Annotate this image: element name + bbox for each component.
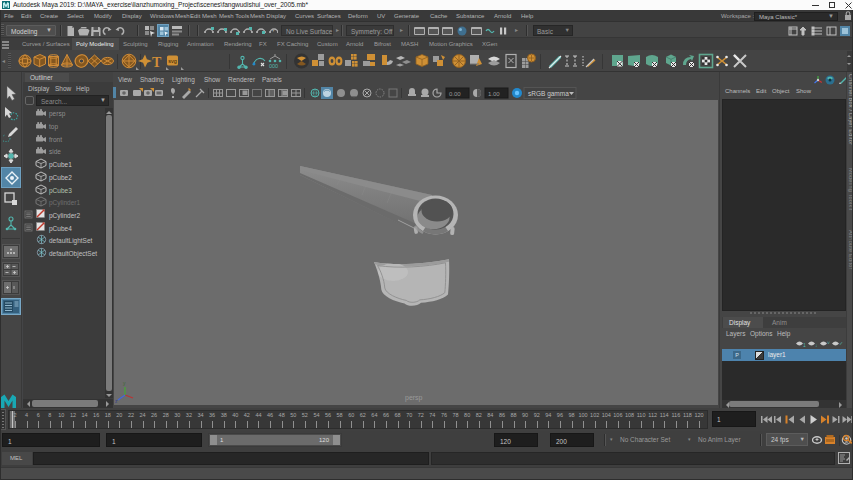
- svg-text:0.00: 0.00: [449, 91, 461, 97]
- svg-text:defaultLightSet: defaultLightSet: [49, 237, 93, 245]
- svg-text:pCylinder1: pCylinder1: [49, 199, 80, 207]
- svg-text:sRGB gamma: sRGB gamma: [528, 90, 569, 98]
- svg-text:front: front: [49, 136, 62, 143]
- svg-text:defaultObjectSet: defaultObjectSet: [49, 250, 97, 258]
- svg-text:svg: svg: [168, 58, 177, 64]
- svg-text:T: T: [152, 55, 162, 70]
- svg-text:top: top: [49, 123, 58, 131]
- svg-text:1.00: 1.00: [488, 91, 500, 97]
- svg-text:000: 000: [269, 63, 278, 69]
- svg-text:y: y: [123, 380, 126, 386]
- svg-text:side: side: [49, 148, 61, 155]
- svg-text:✓: ✓: [839, 340, 843, 346]
- svg-text:pCube4: pCube4: [49, 225, 72, 233]
- svg-text:pCube2: pCube2: [49, 174, 72, 182]
- svg-text:pCube3: pCube3: [49, 187, 72, 195]
- svg-text:˅: ˅: [827, 340, 830, 346]
- svg-text:↓: ↓: [815, 342, 818, 348]
- svg-text:pCylinder2: pCylinder2: [49, 212, 80, 220]
- svg-text:1: 1: [803, 342, 806, 348]
- svg-text:z: z: [115, 398, 118, 404]
- svg-text:persp: persp: [405, 394, 423, 402]
- svg-text:pCube1: pCube1: [49, 161, 72, 169]
- svg-text:persp: persp: [49, 110, 66, 118]
